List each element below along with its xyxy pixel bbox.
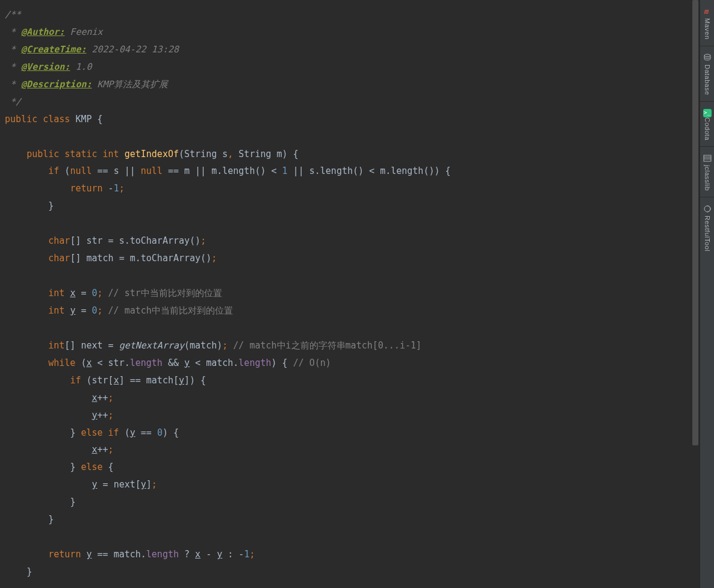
doc-create-tag: @CreateTime:	[21, 44, 86, 55]
doc-author-val: Feenix	[64, 26, 102, 37]
doc-version-val: 1.0	[70, 61, 92, 72]
doc-desc-tag: @Description:	[21, 79, 92, 90]
codota-icon: >_	[703, 109, 712, 117]
tool-restful[interactable]: RestfulTool	[700, 201, 714, 258]
svg-text:m: m	[704, 7, 709, 16]
comment-xpos: // str中当前比对到的位置	[108, 288, 222, 299]
vertical-scrollbar[interactable]	[692, 0, 698, 588]
jclasslib-icon	[703, 154, 712, 162]
comment-on: // O(n)	[293, 357, 331, 368]
maven-icon: m	[703, 7, 712, 16]
gutter	[0, 0, 4, 588]
tool-database[interactable]: Database	[700, 50, 714, 102]
svg-point-1	[704, 54, 710, 57]
database-icon	[703, 54, 712, 62]
tool-codota[interactable]: >_ Codota	[700, 105, 714, 147]
doc-version-tag: @Version:	[21, 61, 70, 72]
doc-open: /**	[5, 9, 21, 20]
right-toolbar: m Maven Database >_ Codota jclasslib Res…	[700, 0, 714, 588]
comment-ypos: // match中当前比对到的位置	[108, 305, 233, 316]
kw-public: public	[5, 114, 37, 125]
kw-class: class	[43, 114, 70, 125]
doc-desc-val: KMP算法及其扩展	[92, 79, 168, 90]
method-getIndexOf: getIndexOf	[125, 149, 179, 159]
tool-jclasslib[interactable]: jclasslib	[700, 150, 714, 197]
doc-create-val: 2022-04-22 13:28	[86, 44, 179, 55]
code-block[interactable]: /** * @Author: Feenix * @CreateTime: 202…	[0, 6, 700, 581]
doc-close: */	[5, 96, 21, 107]
restful-icon	[703, 205, 712, 213]
class-name: KMP	[75, 114, 92, 125]
var-x: x	[70, 288, 75, 299]
tool-maven[interactable]: m Maven	[700, 4, 714, 46]
code-editor[interactable]: /** * @Author: Feenix * @CreateTime: 202…	[0, 0, 700, 588]
comment-nextarr: // match中i之前的字符串match[0...i-1]	[233, 340, 421, 351]
var-y: y	[70, 305, 75, 316]
svg-rect-2	[704, 155, 711, 161]
scroll-thumb[interactable]	[692, 0, 698, 445]
doc-author-tag: @Author:	[21, 26, 64, 37]
call-getNextArray: getNextArray	[119, 340, 184, 351]
